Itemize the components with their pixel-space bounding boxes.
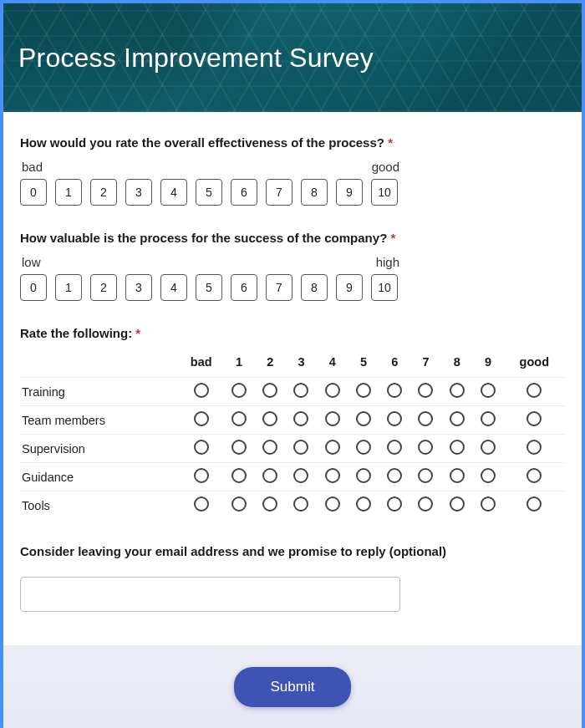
matrix-radio[interactable] [356,440,371,455]
matrix-radio[interactable] [387,383,402,398]
matrix-cell [317,378,348,406]
matrix-cell [179,463,223,491]
matrix-radio[interactable] [262,383,277,398]
matrix-radio[interactable] [481,440,496,455]
matrix-radio[interactable] [356,468,371,483]
matrix-radio[interactable] [325,440,340,455]
rating-option[interactable]: 0 [20,274,47,301]
scale-endlabels: bad good [20,160,401,174]
matrix-radio[interactable] [262,468,277,483]
matrix-radio[interactable] [293,383,308,398]
rating-option[interactable]: 7 [266,274,292,301]
matrix-radio[interactable] [481,411,496,426]
matrix-radio[interactable] [418,468,433,483]
rating-option[interactable]: 4 [160,179,187,206]
rating-option[interactable]: 3 [125,179,152,206]
matrix-radio[interactable] [450,411,465,426]
scale-high-label: high [376,255,399,269]
matrix-radio[interactable] [526,440,542,455]
matrix-radio[interactable] [231,383,247,398]
matrix-radio[interactable] [526,383,542,398]
matrix-radio[interactable] [356,411,371,426]
rating-option[interactable]: 10 [371,179,398,206]
matrix-radio[interactable] [262,411,277,426]
matrix-radio[interactable] [387,468,402,483]
rating-option[interactable]: 1 [55,179,82,206]
submit-button[interactable]: Submit [234,667,352,707]
matrix-radio[interactable] [481,383,496,398]
matrix-radio[interactable] [293,411,308,426]
matrix-radio[interactable] [231,468,247,483]
matrix-radio[interactable] [231,411,247,426]
matrix-row-label: Tools [20,491,179,520]
matrix-radio[interactable] [262,440,277,455]
rating-matrix: bad 1 2 3 4 5 6 7 8 9 good TrainingTeam … [20,350,565,519]
matrix-cell [317,406,348,435]
rating-option[interactable]: 5 [196,179,222,206]
matrix-radio[interactable] [231,440,247,455]
matrix-radio[interactable] [418,383,433,398]
matrix-cell [255,435,286,463]
matrix-radio[interactable] [325,383,340,398]
matrix-radio[interactable] [262,496,277,512]
matrix-radio[interactable] [526,411,542,426]
matrix-cell [223,406,254,435]
rating-option[interactable]: 1 [55,274,82,301]
matrix-radio[interactable] [387,496,402,512]
matrix-radio[interactable] [194,411,209,426]
matrix-radio[interactable] [387,411,402,426]
matrix-radio[interactable] [293,440,308,455]
rating-option[interactable]: 5 [196,274,222,301]
matrix-cell [441,463,472,491]
rating-option[interactable]: 4 [160,274,187,301]
matrix-radio[interactable] [418,440,433,455]
matrix-radio[interactable] [356,383,371,398]
matrix-radio[interactable] [418,411,433,426]
matrix-radio[interactable] [194,468,209,483]
survey-title: Process Improvement Survey [18,43,374,74]
matrix-radio[interactable] [526,468,542,483]
rating-option[interactable]: 10 [371,274,398,301]
matrix-radio[interactable] [325,496,340,512]
matrix-cell [504,378,565,406]
matrix-radio[interactable] [418,496,433,512]
question-value: How valuable is the process for the succ… [20,231,565,301]
rating-option[interactable]: 2 [90,179,117,206]
rating-option[interactable]: 0 [20,179,47,206]
matrix-radio[interactable] [526,496,542,512]
matrix-cell [223,491,254,520]
email-field[interactable] [20,577,400,612]
rating-option[interactable]: 6 [231,179,257,206]
matrix-radio[interactable] [450,383,465,398]
matrix-radio[interactable] [231,496,247,512]
rating-option[interactable]: 9 [336,179,363,206]
matrix-radio[interactable] [450,440,465,455]
matrix-col-header: good [504,350,565,378]
matrix-radio[interactable] [387,440,402,455]
matrix-row: Team members [20,406,565,435]
matrix-radio[interactable] [293,468,308,483]
matrix-radio[interactable] [450,468,465,483]
matrix-col-header: 9 [472,350,503,378]
rating-option[interactable]: 7 [266,179,292,206]
matrix-radio[interactable] [325,411,340,426]
rating-option[interactable]: 2 [90,274,117,301]
matrix-cell [286,435,317,463]
matrix-radio[interactable] [194,496,209,512]
rating-option[interactable]: 6 [231,274,257,301]
matrix-radio[interactable] [450,496,465,512]
matrix-radio[interactable] [481,496,496,512]
matrix-radio[interactable] [356,496,371,512]
matrix-radio[interactable] [194,440,209,455]
rating-option[interactable]: 3 [125,274,152,301]
rating-option[interactable]: 8 [301,274,328,301]
rating-option[interactable]: 9 [336,274,363,301]
matrix-col-header: 1 [223,350,254,378]
matrix-radio[interactable] [194,383,209,398]
rating-option[interactable]: 8 [301,179,328,206]
matrix-radio[interactable] [481,468,496,483]
matrix-radio[interactable] [325,468,340,483]
matrix-radio[interactable] [293,496,308,512]
matrix-cell [504,435,565,463]
matrix-cell [179,406,223,435]
